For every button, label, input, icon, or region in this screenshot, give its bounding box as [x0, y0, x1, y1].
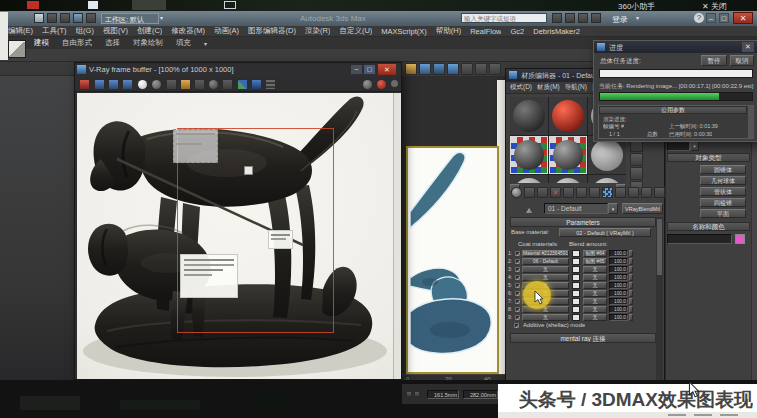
search-icon[interactable] — [552, 13, 562, 23]
vfb-settings-icon[interactable] — [391, 80, 398, 87]
workspace-dropdown-arrow[interactable] — [160, 13, 169, 24]
blend-amount-spinner[interactable]: 100.0 — [609, 282, 628, 289]
video-color-check-icon[interactable] — [630, 153, 643, 166]
signin-button[interactable]: 登录 — [612, 14, 628, 25]
taskbar-app-icon[interactable] — [88, 1, 98, 9]
additive-mode-checkbox[interactable] — [514, 323, 519, 328]
row-enable-checkbox[interactable] — [515, 291, 520, 296]
blend-color-swatch[interactable] — [572, 314, 580, 321]
alpha-channel-icon[interactable] — [138, 80, 147, 89]
geosphere-button[interactable]: 几何球体 — [700, 176, 746, 185]
favorites-icon[interactable] — [591, 13, 601, 23]
pyramid-button[interactable]: 四棱锥 — [700, 198, 746, 207]
save-image-icon[interactable] — [166, 79, 177, 90]
rendered-frame-icon[interactable] — [405, 63, 417, 75]
make-material-copy-icon[interactable] — [563, 187, 574, 198]
spinner-arrows[interactable] — [629, 282, 633, 289]
clear-image-icon[interactable] — [194, 79, 205, 90]
spinner-arrows[interactable] — [629, 250, 633, 257]
me-menu-modes[interactable]: 模式(D) — [510, 83, 532, 92]
blend-color-swatch[interactable] — [572, 290, 580, 297]
coat-material-button[interactable]: Material #2123645916 — [522, 250, 569, 257]
menu-rendering[interactable]: 渲染(R) — [305, 26, 330, 36]
blend-map-button[interactable]: 无 — [583, 290, 607, 297]
infocenter-search-input[interactable] — [461, 13, 547, 23]
material-slot[interactable] — [510, 175, 548, 183]
plane-button[interactable]: 平面 — [700, 209, 746, 218]
object-name-field[interactable] — [667, 234, 732, 244]
blend-map-button[interactable]: 无 — [583, 314, 607, 321]
blend-amount-spinner[interactable]: 100.0 — [609, 290, 628, 297]
spinner-arrows[interactable] — [629, 274, 633, 281]
minimize-button[interactable] — [706, 13, 716, 23]
menu-group[interactable]: 组(G) — [76, 26, 94, 36]
menu-gc2[interactable]: Gc2 — [510, 27, 524, 36]
tube-button[interactable]: 管状体 — [700, 187, 746, 196]
menu-edit[interactable]: 编辑(E) — [8, 26, 33, 36]
vfb-minimize-button[interactable] — [351, 65, 362, 74]
environment-icon[interactable] — [433, 63, 445, 75]
coat-material-button[interactable]: 06 - Default — [522, 258, 569, 265]
row-enable-checkbox[interactable] — [515, 251, 520, 256]
signin-dropdown-arrow[interactable] — [636, 14, 639, 21]
name-color-rollout[interactable]: 名称和颜色 — [667, 222, 750, 231]
me-menu-navigation[interactable]: 导航(N) — [565, 83, 587, 92]
menu-tools[interactable]: 工具(T) — [42, 26, 67, 36]
make-preview-icon[interactable] — [630, 167, 643, 180]
close-button[interactable] — [733, 12, 753, 24]
ribbon-tab-modeling[interactable]: 建模 — [34, 38, 49, 48]
vfb-close-button[interactable] — [378, 64, 396, 75]
parameters-rollout[interactable]: Parameters — [510, 217, 656, 227]
vfb-maximize-button[interactable] — [364, 65, 375, 74]
cancel-button[interactable]: 取消 — [730, 55, 754, 66]
menu-views[interactable]: 视图(V) — [103, 26, 128, 36]
ribbon-tab-object-paint[interactable]: 对象绘制 — [133, 38, 163, 48]
me-menu-material[interactable]: 材质(M) — [537, 83, 560, 92]
blend-color-swatch[interactable] — [572, 298, 580, 305]
material-name-dropdown-arrow[interactable] — [608, 203, 618, 214]
spinner-arrows[interactable] — [629, 258, 633, 265]
spinner-arrows[interactable] — [629, 314, 633, 321]
blend-color-swatch[interactable] — [572, 258, 580, 265]
rgb-channels-icon[interactable] — [79, 79, 90, 90]
put-to-library-icon[interactable] — [524, 187, 535, 198]
open-image-icon[interactable] — [180, 79, 191, 90]
monochrome-icon[interactable] — [152, 80, 161, 89]
blend-map-button[interactable]: 无 — [583, 266, 607, 273]
menu-debrismaker[interactable]: DebrisMaker2 — [533, 27, 580, 36]
progress-close-button[interactable] — [742, 42, 754, 52]
render-production-icon[interactable] — [447, 63, 459, 75]
absolute-mode-icon[interactable] — [414, 391, 420, 397]
pick-material-eyedropper-icon[interactable] — [526, 204, 535, 213]
primitives-dropdown[interactable] — [667, 141, 690, 151]
ribbon-tab-freeform[interactable]: 自由形式 — [62, 38, 92, 48]
go-forward-sibling-icon[interactable] — [641, 187, 652, 198]
ribbon-collapse-arrow[interactable] — [204, 40, 207, 47]
save-file-icon[interactable] — [73, 13, 83, 23]
menu-animation[interactable]: 动画(A) — [214, 26, 239, 36]
menu-graph-editors[interactable]: 图形编辑器(D) — [248, 26, 296, 36]
spinner-arrows[interactable] — [629, 306, 633, 313]
me-scrollbar[interactable] — [656, 217, 663, 387]
menu-maxscript[interactable]: MAXScript(X) — [381, 27, 426, 36]
material-map-navigator-icon[interactable] — [654, 187, 665, 198]
blend-color-swatch[interactable] — [572, 274, 580, 281]
cone-button[interactable]: 圆锥体 — [700, 165, 746, 174]
taskbar-app-icon[interactable] — [132, 0, 166, 10]
blue-channel-icon[interactable] — [122, 79, 133, 90]
row-enable-checkbox[interactable] — [515, 307, 520, 312]
blend-color-swatch[interactable] — [572, 250, 580, 257]
cube-icon[interactable] — [8, 40, 26, 58]
pause-button[interactable]: 暂停 — [701, 55, 727, 66]
blend-map-button[interactable]: 无 — [583, 298, 607, 305]
help-icon[interactable] — [694, 13, 704, 23]
blend-map-button[interactable]: 无 — [583, 274, 607, 281]
render-setup-icon[interactable] — [419, 63, 431, 75]
show-map-in-viewport-icon[interactable] — [602, 187, 613, 198]
blend-amount-spinner[interactable]: 100.0 — [609, 314, 628, 321]
taskbar-app-icon[interactable] — [224, 1, 236, 9]
mentalray-rollout[interactable]: mental ray 连接 — [510, 333, 656, 343]
maximize-button[interactable] — [719, 13, 729, 23]
undo-icon[interactable] — [86, 13, 96, 23]
primitives-dropdown-arrow[interactable] — [690, 141, 699, 151]
